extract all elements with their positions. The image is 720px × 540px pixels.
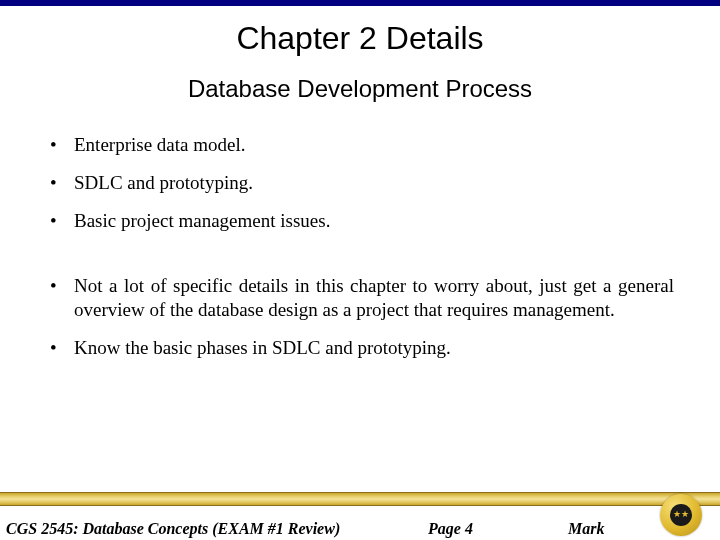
footer-author: Mark — [568, 520, 604, 538]
slide-title: Chapter 2 Details — [0, 20, 720, 57]
bullet-item: Basic project management issues. — [46, 209, 674, 233]
bullet-group-2: Not a lot of specific details in this ch… — [46, 274, 674, 359]
slide-subtitle: Database Development Process — [0, 75, 720, 103]
bullet-group-1: Enterprise data model. SDLC and prototyp… — [46, 133, 674, 232]
footer: CGS 2545: Database Concepts (EXAM #1 Rev… — [0, 492, 720, 540]
spacer — [46, 246, 674, 274]
bullet-item: SDLC and prototyping. — [46, 171, 674, 195]
bullet-item: Know the basic phases in SDLC and protot… — [46, 336, 674, 360]
slide-body: Enterprise data model. SDLC and prototyp… — [0, 103, 720, 360]
footer-page: Page 4 — [428, 520, 568, 538]
ucf-logo-icon: ★★ — [660, 494, 702, 536]
bullet-item: Enterprise data model. — [46, 133, 674, 157]
top-accent-bar — [0, 0, 720, 6]
footer-course: CGS 2545: Database Concepts (EXAM #1 Rev… — [0, 520, 428, 538]
footer-text: CGS 2545: Database Concepts (EXAM #1 Rev… — [0, 520, 720, 538]
bullet-item: Not a lot of specific details in this ch… — [46, 274, 674, 322]
footer-gold-bar — [0, 492, 720, 506]
